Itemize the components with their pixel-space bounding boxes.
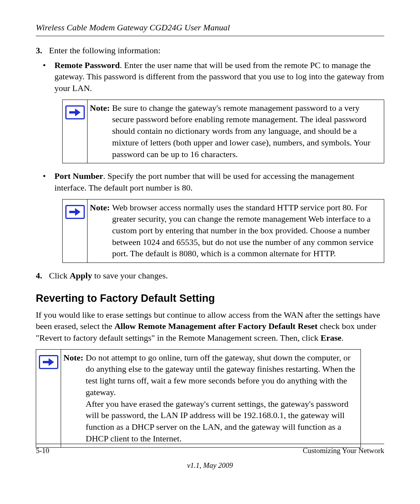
- chapter-name: Customizing Your Network: [303, 446, 384, 455]
- note-label: Note:: [90, 202, 112, 214]
- step-number: 3.: [36, 45, 49, 56]
- section-paragraph: If you would like to erase settings but …: [36, 309, 384, 344]
- bullet-body: Port Number. Specify the port number tha…: [54, 170, 384, 193]
- bullet-dot: •: [36, 60, 54, 71]
- running-header: Wireless Cable Modem Gateway CGD24G User…: [36, 23, 384, 36]
- note-body-p1: Do not attempt to go online, turn off th…: [86, 353, 355, 397]
- bullet-list-2: • Port Number. Specify the port number t…: [36, 170, 384, 193]
- bullet-body: Remote Password. Enter the user name tha…: [54, 60, 384, 94]
- document-page: Wireless Cable Modem Gateway CGD24G User…: [0, 0, 420, 504]
- footer-version: v1.1, May 2009: [36, 461, 384, 470]
- bullet-remote-password: • Remote Password. Enter the user name t…: [36, 60, 384, 94]
- header-rule: [36, 36, 384, 36]
- step-bold: Apply: [70, 271, 92, 280]
- arrow-icon: [65, 105, 85, 119]
- note-text-cell: Note: Be sure to change the gateway's re…: [88, 100, 384, 163]
- note-icon-cell: [63, 100, 88, 163]
- arrow-icon: [65, 205, 85, 219]
- note-box-factory-reset: Note: Do not attempt to go online, turn …: [36, 349, 361, 448]
- step-number: 4.: [36, 270, 49, 282]
- para-bold-erase: Erase: [320, 333, 341, 343]
- step-post: to save your changes.: [92, 271, 168, 280]
- note-body: Do not attempt to go online, turn off th…: [86, 352, 357, 444]
- step-body: Click Apply to save your changes.: [49, 270, 384, 282]
- bullet-bold: Remote Password: [54, 60, 120, 70]
- note-text-cell: Note: Do not attempt to go online, turn …: [61, 350, 360, 448]
- note-icon-cell: [63, 200, 88, 262]
- footer-rule: [36, 444, 384, 444]
- note-label: Note:: [90, 102, 112, 114]
- section-heading: Reverting to Factory Default Setting: [36, 292, 384, 304]
- step-text: Enter the following information:: [49, 45, 384, 56]
- arrow-icon: [39, 355, 58, 369]
- note-icon-cell: [36, 350, 61, 448]
- note-label: Note:: [63, 352, 86, 364]
- bullet-list: • Remote Password. Enter the user name t…: [36, 60, 384, 94]
- bullet-bold: Port Number: [54, 171, 103, 181]
- para-bold-allow-remote: Allow Remote Management after Factory De…: [114, 321, 318, 331]
- step-4: 4. Click Apply to save your changes.: [36, 270, 384, 282]
- note-text-cell: Note: Web browser access normally uses t…: [88, 200, 384, 262]
- note-body-p2: After you have erased the gateway's curr…: [86, 399, 348, 443]
- footer-row: 5-10 Customizing Your Network: [36, 446, 384, 455]
- note-body: Web browser access normally uses the sta…: [112, 202, 380, 259]
- para-post: .: [341, 333, 344, 343]
- bullet-dot: •: [36, 170, 54, 182]
- note-box-password: Note: Be sure to change the gateway's re…: [62, 100, 384, 163]
- bullet-port-number: • Port Number. Specify the port number t…: [36, 170, 384, 193]
- note-body: Be sure to change the gateway's remote m…: [112, 102, 380, 160]
- page-footer: 5-10 Customizing Your Network v1.1, May …: [36, 444, 384, 470]
- step-pre: Click: [49, 271, 70, 280]
- page-number: 5-10: [36, 446, 49, 455]
- note-box-port: Note: Web browser access normally uses t…: [62, 199, 384, 263]
- step-3: 3. Enter the following information:: [36, 45, 384, 56]
